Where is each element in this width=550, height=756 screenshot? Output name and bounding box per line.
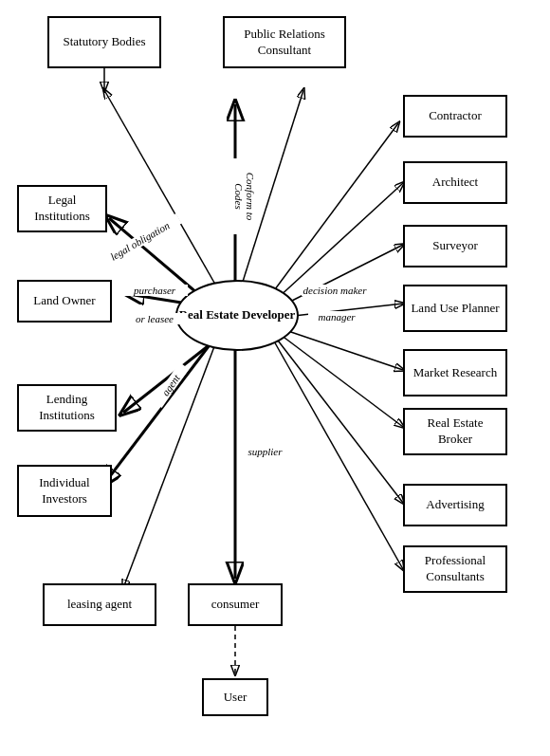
user-label: User [224,690,248,706]
purchaser-label: purchaser [121,285,188,296]
statutory-bodies-label: Statutory Bodies [63,34,145,50]
consumer-box: consumer [188,583,283,626]
leasing-agent-box: leasing agent [43,583,156,626]
agent-label: agent [153,362,190,408]
advertising-label: Advertising [426,497,484,513]
legal-institutions-box: Legal Institutions [17,185,107,232]
leasing-agent-label: leasing agent [67,597,132,613]
legal-obligation-label: legal obligation [98,213,181,268]
svg-line-15 [104,346,209,484]
conform-to-codes-label: Conform to Codes [233,158,256,234]
svg-line-11 [277,332,403,427]
market-research-box: Market Research [403,349,507,396]
surveyor-label: Surveyor [432,238,478,254]
svg-line-12 [275,337,403,503]
svg-line-6 [275,123,398,289]
individual-investors-box: Individual Investors [17,465,112,517]
legal-institutions-label: Legal Institutions [25,193,100,225]
consumer-label: consumer [211,597,260,613]
contractor-label: Contractor [429,108,482,124]
individual-investors-label: Individual Investors [25,475,104,507]
professional-consultants-box: Professional Consultants [403,545,507,593]
svg-line-1 [104,90,218,289]
supplier-label: supplier [239,446,291,457]
pr-consultant-box: Public Relations Consultant [223,16,346,68]
surveyor-box: Surveyor [403,225,507,267]
diagram: Statutory Bodies Public Relations Consul… [0,0,550,756]
statutory-bodies-box: Statutory Bodies [47,16,161,68]
or-leasee-label: or leasee [121,313,188,324]
land-owner-box: Land Owner [17,280,112,323]
land-use-planner-box: Land Use Planner [403,285,507,332]
lending-institutions-label: Lending Institutions [25,392,109,424]
land-owner-label: Land Owner [33,293,95,309]
land-use-planner-label: Land Use Planner [411,301,499,317]
user-box: User [202,678,268,716]
pr-consultant-label: Public Relations Consultant [230,27,339,59]
real-estate-developer-label: Real Estate Developer [179,307,296,323]
manager-label: manager [308,311,365,323]
architect-box: Architect [403,161,507,204]
svg-line-7 [277,183,403,299]
svg-line-13 [273,340,403,569]
real-estate-developer-ellipse: Real Estate Developer [175,280,299,351]
real-estate-broker-box: Real Estate Broker [403,408,507,455]
contractor-box: Contractor [403,95,507,138]
svg-line-8 [277,245,403,308]
professional-consultants-label: Professional Consultants [411,553,500,585]
svg-line-10 [277,327,403,370]
real-estate-broker-label: Real Estate Broker [411,415,500,448]
decision-maker-label: decision maker [302,285,368,296]
architect-label: Architect [432,175,478,191]
market-research-label: Market Research [413,365,497,381]
advertising-box: Advertising [403,484,507,526]
lending-institutions-box: Lending Institutions [17,384,117,432]
